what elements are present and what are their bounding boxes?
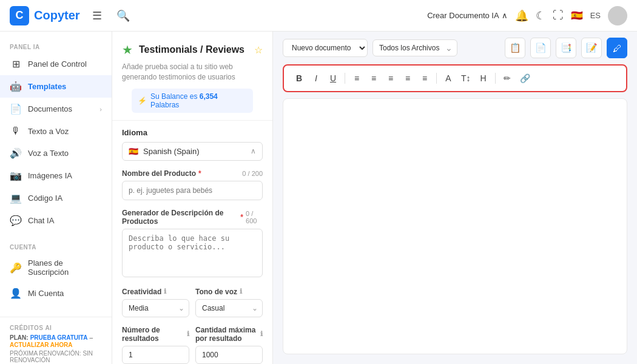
num-resultados-info-icon: ℹ bbox=[187, 330, 189, 338]
code-icon: 💻 bbox=[10, 192, 22, 204]
align-justify-btn[interactable]: ≡ bbox=[401, 72, 414, 85]
search-icon[interactable]: 🔍 bbox=[114, 7, 132, 25]
account-icon: 👤 bbox=[10, 288, 22, 299]
action-btn-4[interactable]: 📝 bbox=[581, 38, 602, 58]
sidebar-item-documentos[interactable]: 📄 Documentos › bbox=[0, 98, 112, 120]
cantidad-maxima-field: Cantidad máxima por resultado ℹ bbox=[195, 326, 263, 364]
sidebar: PANEL IA ⊞ Panel de Control 🤖 Templates … bbox=[0, 32, 112, 364]
sidebar-item-imagenes-ia[interactable]: 📷 Imágenes IA bbox=[0, 164, 112, 187]
creatividad-select[interactable]: MediaBajaAlta bbox=[122, 299, 189, 317]
tono-select[interactable]: CasualFormalProfesional bbox=[195, 299, 263, 317]
pencil-btn[interactable]: ✏ bbox=[500, 72, 514, 85]
descripcion-textarea[interactable] bbox=[122, 229, 263, 277]
action-btn-1[interactable]: 📋 bbox=[505, 38, 525, 58]
expand-icon[interactable]: ⛶ bbox=[553, 9, 564, 22]
action-btn-2[interactable]: 📄 bbox=[530, 38, 551, 58]
editor-toolbar-row: Nuevo documento Todos los Archivos 📋 📄 📑… bbox=[273, 32, 637, 64]
italic-btn[interactable]: I bbox=[309, 72, 323, 85]
balance-bar: ⚡ Su Balance es 6,354 Palabras bbox=[132, 89, 253, 113]
align-center-btn[interactable]: ≡ bbox=[367, 72, 380, 85]
menu-icon[interactable]: ☰ bbox=[90, 7, 104, 25]
crear-documento-btn[interactable]: Crear Documento IA ∧ bbox=[427, 11, 508, 20]
todos-archivos-select[interactable]: Todos los Archivos bbox=[372, 39, 457, 56]
subscription-icon: 🔑 bbox=[10, 262, 22, 274]
form-fav-icon[interactable]: ☆ bbox=[254, 44, 263, 56]
required-star: * bbox=[240, 213, 243, 221]
cantidad-maxima-input[interactable] bbox=[195, 346, 263, 364]
header-left: C Copyter ☰ 🔍 bbox=[10, 6, 132, 25]
sidebar-item-label: Voz a Texto bbox=[28, 149, 69, 158]
editor-format-toolbar: B I U ≡ ≡ ≡ ≡ ≡ A T↕ H ✏ 🔗 bbox=[283, 64, 627, 92]
lang-label: ES bbox=[590, 11, 601, 20]
lang-select[interactable]: 🇪🇸 Spanish (Spain) ∧ bbox=[122, 142, 263, 161]
descripcion-counter: 0 / 600 bbox=[246, 210, 263, 224]
panel-ia-label: PANEL IA bbox=[0, 39, 112, 53]
plan-separator: – bbox=[90, 334, 93, 341]
plan-actualizar[interactable]: ACTUALIZAR AHORA bbox=[10, 342, 73, 348]
font-size-btn[interactable]: T↕ bbox=[459, 72, 473, 85]
tono-field: Tono de voz ℹ CasualFormalProfesional ⌄ bbox=[195, 288, 263, 317]
divider-1 bbox=[345, 73, 345, 84]
num-resultados-input[interactable] bbox=[122, 346, 189, 364]
sidebar-item-templates[interactable]: 🤖 Templates bbox=[0, 75, 112, 98]
lang-select-left: 🇪🇸 Spanish (Spain) bbox=[129, 147, 200, 156]
bold-btn[interactable]: B bbox=[292, 72, 306, 85]
sidebar-item-mi-cuenta[interactable]: 👤 Mi Cuenta bbox=[0, 282, 112, 305]
sidebar-item-label: Templates bbox=[28, 82, 66, 91]
action-btn-3[interactable]: 📑 bbox=[556, 38, 576, 58]
font-color-btn[interactable]: A bbox=[442, 72, 455, 85]
header-right: Crear Documento IA ∧ 🔔 ☾ ⛶ 🇪🇸 ES bbox=[427, 6, 627, 25]
link-btn[interactable]: 🔗 bbox=[517, 72, 533, 85]
cuenta-label: CUENTA bbox=[0, 239, 112, 253]
sidebar-item-chat-ia[interactable]: 💬 Chat IA bbox=[0, 209, 112, 232]
sidebar-item-label: Código IA bbox=[28, 194, 62, 203]
crear-label: Crear Documento IA bbox=[427, 11, 499, 20]
todos-archivos-wrapper: Todos los Archivos bbox=[372, 39, 457, 56]
form-star-icon: ★ bbox=[122, 42, 133, 57]
form-description: Añade prueba social a tu sitio web gener… bbox=[122, 62, 263, 83]
editor-content[interactable] bbox=[283, 98, 627, 354]
underline-btn[interactable]: U bbox=[326, 72, 340, 85]
action-btn-5[interactable]: 🖊 bbox=[607, 38, 627, 58]
form-body: Idioma 🇪🇸 Spanish (Spain) ∧ Nombre del P… bbox=[112, 121, 272, 364]
lang-chevron-icon: ∧ bbox=[251, 147, 256, 155]
sidebar-item-planes[interactable]: 🔑 Planes de Suscripción bbox=[0, 253, 112, 282]
form-header: ★ Testimonials / Reviews ☆ Añade prueba … bbox=[112, 32, 272, 121]
divider-3 bbox=[495, 73, 496, 84]
logo[interactable]: C Copyter bbox=[10, 6, 80, 25]
chevron-right-icon: › bbox=[99, 106, 102, 113]
sidebar-item-label: Mi Cuenta bbox=[28, 289, 64, 298]
num-cantidad-row: Número de resultados ℹ Cantidad máxima p… bbox=[122, 326, 263, 364]
nuevo-documento-select[interactable]: Nuevo documento bbox=[283, 39, 368, 57]
sidebar-item-texto-a-voz[interactable]: 🎙 Texto a Voz bbox=[0, 120, 112, 142]
product-name-counter: 0 / 200 bbox=[242, 170, 263, 177]
avatar[interactable] bbox=[608, 6, 627, 25]
creditos-label: CRÉDITOS AI bbox=[10, 325, 102, 334]
lang-flag: 🇪🇸 bbox=[129, 147, 138, 156]
main-content: ★ Testimonials / Reviews ☆ Añade prueba … bbox=[112, 32, 637, 364]
product-name-input[interactable] bbox=[122, 181, 263, 200]
align-right-btn[interactable]: ≡ bbox=[384, 72, 397, 85]
theme-icon[interactable]: ☾ bbox=[536, 9, 545, 22]
creatividad-label: Creatividad ℹ bbox=[122, 288, 189, 296]
list-btn[interactable]: ≡ bbox=[418, 72, 431, 85]
sidebar-item-panel-control[interactable]: ⊞ Panel de Control bbox=[0, 53, 112, 75]
sidebar-item-codigo-ia[interactable]: 💻 Código IA bbox=[0, 187, 112, 209]
form-title: Testimonials / Reviews bbox=[139, 44, 244, 55]
align-left-btn[interactable]: ≡ bbox=[350, 72, 363, 85]
sidebar-item-label: Documentos bbox=[28, 104, 72, 113]
required-star: * bbox=[198, 169, 201, 178]
creatividad-tono-row: Creatividad ℹ MediaBajaAlta ⌄ Tono de bbox=[122, 288, 263, 326]
images-icon: 📷 bbox=[10, 170, 22, 181]
notifications-icon[interactable]: 🔔 bbox=[515, 9, 528, 22]
plan-prueba: PRUEBA GRATUITA bbox=[30, 334, 88, 341]
lang-name: Spanish (Spain) bbox=[143, 147, 200, 156]
sidebar-item-voz-a-texto[interactable]: 🔊 Voz a Texto bbox=[0, 142, 112, 164]
balance-text: Su Balance es 6,354 Palabras bbox=[150, 92, 247, 109]
text-to-voice-icon: 🎙 bbox=[10, 126, 22, 136]
flag-icon: 🇪🇸 bbox=[571, 10, 583, 21]
num-resultados-field: Número de resultados ℹ bbox=[122, 326, 189, 364]
sidebar-item-label: Chat IA bbox=[28, 216, 54, 225]
layout: PANEL IA ⊞ Panel de Control 🤖 Templates … bbox=[0, 32, 637, 364]
heading-btn[interactable]: H bbox=[477, 72, 490, 85]
